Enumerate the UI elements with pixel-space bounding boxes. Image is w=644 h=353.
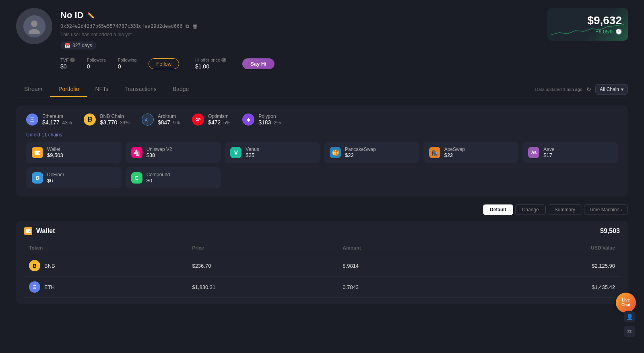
tvf-info-icon[interactable]: ? — [70, 58, 75, 62]
chain-item-arbitrum[interactable]: A Arbitrum $847 9% — [142, 114, 180, 126]
apeswap-name: ApeSwap — [444, 147, 465, 152]
tab-stream[interactable]: Stream — [16, 82, 50, 97]
say-hi-button[interactable]: Say Hi — [242, 58, 275, 69]
pancakeswap-name: PancakeSwap — [345, 147, 376, 152]
live-chat-button[interactable]: LiveChat — [616, 293, 636, 313]
share-profile-button[interactable]: 👤 — [624, 311, 635, 322]
tab-portfolio[interactable]: Portfolio — [50, 82, 87, 97]
bnb-name: BNB Chain — [100, 114, 129, 119]
pancakeswap-value: $22 — [345, 152, 376, 158]
followers-value: 0 — [87, 63, 106, 70]
edit-icon[interactable]: ✏️ — [87, 12, 94, 19]
time-machine-button[interactable]: Time Machine › — [584, 204, 628, 215]
following-label: Following — [118, 58, 136, 62]
copy-icon[interactable]: ⧉ — [186, 23, 189, 29]
eth-token-cell: Ξ ETH — [24, 277, 187, 298]
optimism-value-row: $472 5% — [208, 119, 230, 126]
summary-view-button[interactable]: Summary — [548, 204, 582, 215]
tab-nfts[interactable]: NFTs — [87, 82, 116, 97]
wallet-title: Wallet — [24, 227, 55, 235]
unfold-chains-link[interactable]: Unfold 11 chains — [26, 132, 62, 138]
bnb-token-name: BNB — [44, 263, 55, 269]
hi-offer-info-icon[interactable]: ? — [221, 58, 226, 62]
avatar — [16, 8, 52, 44]
protocol-apeswap[interactable]: 🦍 ApeSwap $22 — [423, 142, 519, 163]
days-value: 327 days — [72, 43, 92, 48]
qr-icon[interactable]: ▦ — [192, 23, 198, 29]
venus-info: Venus $25 — [246, 147, 259, 158]
tvf-stat: TVF ? $0 — [60, 58, 75, 70]
ethereum-info: Ethereum $4,177 43% — [42, 114, 72, 126]
calendar-icon: 📅 — [64, 43, 70, 48]
change-view-button[interactable]: Change — [515, 204, 546, 215]
share-link-button[interactable]: ⇆ — [624, 326, 635, 337]
bnb-price: $236.70 — [187, 255, 338, 277]
table-header-row: Token Price Amount USD Value — [24, 241, 620, 255]
wallet-protocol-info: Wallet $9,503 — [47, 147, 63, 158]
col-token: Token — [24, 241, 187, 255]
tab-transactions[interactable]: Transactions — [116, 82, 165, 97]
protocol-definer[interactable]: D DeFiner $6 — [26, 167, 122, 188]
chain-item-optimism[interactable]: OP Optimism $472 5% — [192, 114, 230, 126]
col-amount: Amount — [338, 241, 465, 255]
eth-token-info: Ξ ETH — [29, 281, 182, 293]
aave-info: Aave $17 — [543, 147, 554, 158]
venus-name: Venus — [246, 147, 259, 152]
tab-badge[interactable]: Badge — [165, 82, 197, 97]
apeswap-logo: 🦍 — [429, 147, 440, 158]
hi-offer-label: Hi offer price ? — [195, 58, 226, 62]
hi-offer-section: Hi offer price ? $1.00 — [195, 58, 226, 70]
chain-item-ethereum[interactable]: Ξ Ethereum $4,177 43% — [26, 114, 72, 126]
protocol-uniswap[interactable]: 🦄 Uniswap V2 $38 — [126, 142, 221, 163]
following-value: 0 — [118, 63, 136, 70]
portfolio-value-card: $9,632 +6.05% 🕐 — [547, 8, 628, 41]
followers-stat: Followers 0 — [87, 58, 106, 70]
page-container: No ID ✏️ 0x324e2d42d7b65e5574787c331dfaa… — [0, 0, 644, 312]
tabs-right-section: Data updated 1 min ago ↻ All Chain ▾ — [535, 84, 628, 95]
follow-button[interactable]: Follow — [149, 58, 179, 69]
apeswap-info: ApeSwap $22 — [444, 147, 465, 158]
polygon-logo: ◈ — [242, 114, 254, 126]
compound-info: Compound $0 — [147, 172, 170, 184]
change-value: +6.05% — [596, 29, 613, 35]
protocol-pancakeswap[interactable]: 🥞 PancakeSwap $22 — [324, 142, 419, 163]
data-updated-text: Data updated 1 min ago — [535, 87, 582, 92]
refresh-icon[interactable]: ↻ — [586, 86, 591, 93]
definer-info: DeFiner $6 — [47, 172, 64, 184]
hi-offer-value: $1.00 — [195, 63, 226, 70]
protocol-aave[interactable]: Aa Aave $17 — [522, 142, 618, 163]
uniswap-name: Uniswap V2 — [147, 147, 172, 152]
profile-info: No ID ✏️ 0x324e2d42d7b65e5574787c331dfaa… — [60, 8, 628, 70]
polygon-name: Polygon — [258, 114, 281, 119]
chain-selector[interactable]: All Chain ▾ — [595, 84, 628, 95]
protocol-wallet[interactable]: Wallet $9,503 — [26, 142, 122, 163]
polygon-value-row: $183 2% — [258, 119, 281, 126]
compound-logo: C — [131, 172, 142, 184]
definer-logo: D — [32, 172, 43, 184]
bio-text: This user has not added a bio yet — [60, 32, 628, 37]
days-badge: 📅 327 days — [60, 41, 96, 50]
eth-amount: 0.7843 — [338, 277, 465, 298]
aave-name: Aave — [543, 147, 554, 152]
protocol-compound[interactable]: C Compound $0 — [126, 167, 221, 188]
venus-value: $25 — [246, 152, 259, 158]
chain-item-bnb[interactable]: B BNB Chain $3,770 39% — [84, 114, 129, 126]
aave-logo: Aa — [528, 147, 539, 158]
table-row: B BNB $236.70 8.9814 $2,125.90 — [24, 255, 620, 277]
pancakeswap-logo: 🥞 — [330, 147, 341, 158]
col-usd-value: USD Value — [465, 241, 620, 255]
svg-rect-4 — [39, 152, 40, 154]
protocol-grid: Wallet $9,503 🦄 Uniswap V2 $38 V — [26, 142, 618, 188]
stats-row: TVF ? $0 Followers 0 Following 0 Follow … — [60, 58, 628, 70]
avatar-icon — [23, 15, 45, 37]
tvf-label: TVF ? — [60, 58, 75, 62]
clock-icon: 🕐 — [615, 29, 622, 35]
protocol-venus[interactable]: V Venus $25 — [225, 142, 320, 163]
profile-name: No ID — [60, 10, 83, 21]
svg-point-0 — [31, 21, 37, 27]
portfolio-total: $9,632 — [553, 14, 622, 27]
chain-item-polygon[interactable]: ◈ Polygon $183 2% — [242, 114, 281, 126]
wallet-section: Wallet $9,503 Token Price Amount USD Val… — [16, 221, 628, 304]
default-view-button[interactable]: Default — [483, 204, 513, 215]
optimism-logo: OP — [192, 114, 204, 126]
